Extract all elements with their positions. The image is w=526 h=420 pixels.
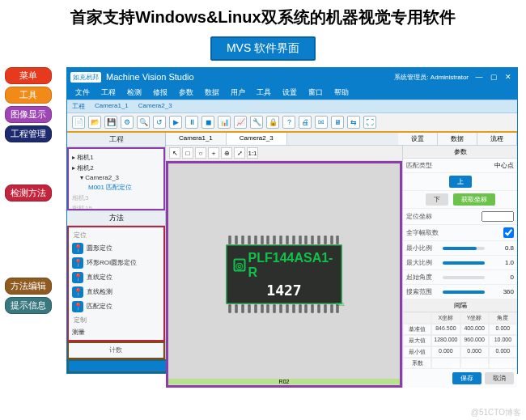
tb-print-icon[interactable]: 🖨 — [299, 116, 312, 129]
chip-logo-icon: ◎ — [234, 259, 246, 272]
tb-search-icon[interactable]: 🔍 — [137, 116, 150, 129]
method-line-detect[interactable]: 📍直线检测 — [70, 285, 162, 299]
roi2-label: R02 — [166, 379, 402, 384]
chip-roi[interactable]: ◎PLF144ASA1-R 1427 R01 — [227, 245, 342, 304]
headline: 首家支持Windows&Linux双系统的机器视觉专用软件 — [0, 0, 526, 33]
method-circle[interactable]: 📍圆形定位 — [70, 241, 162, 256]
status-time: 2017-10-18 09:18:01 — [451, 363, 511, 370]
method-line[interactable]: 📍直线定位 — [70, 270, 162, 285]
tree-cam2[interactable]: ▸ 相机2 — [72, 163, 160, 173]
menu-report[interactable]: 修报 — [153, 87, 168, 98]
btn-down[interactable]: 下 — [426, 193, 448, 206]
label-hint: 提示信息 — [5, 297, 52, 314]
tb-new-icon[interactable]: 📄 — [72, 116, 85, 129]
chip-pins-bottom — [227, 305, 341, 313]
menu-detect[interactable]: 检测 — [127, 87, 142, 98]
menu-data[interactable]: 数据 — [205, 87, 219, 98]
tb-chart-icon[interactable]: 📊 — [218, 116, 231, 129]
menu-settings[interactable]: 设置 — [282, 87, 297, 98]
p-start-angle-val[interactable]: 0 — [486, 274, 514, 281]
tb-fullscreen-icon[interactable]: ⛶ — [363, 116, 376, 129]
tb-lock-icon[interactable]: 🔒 — [266, 116, 279, 129]
p-search-range-val[interactable]: 360 — [486, 288, 514, 295]
app-window: 如克易邦 Machine Vision Studio 系统管理员: Admini… — [66, 67, 518, 374]
coord-grid: X坐标Y坐标角度 基准值846.500400.0000.000 最大值1280.… — [403, 312, 517, 369]
menu-file[interactable]: 文件 — [75, 87, 90, 98]
tb-open-icon[interactable]: 📂 — [88, 116, 101, 129]
method-group-locate: 定位 — [70, 229, 162, 241]
tree-cam3[interactable]: 相机3 — [72, 193, 160, 203]
right-tab-data[interactable]: 数据 — [438, 133, 477, 145]
ctool-circle-icon[interactable]: ○ — [195, 147, 206, 159]
tb-pause-icon[interactable]: ⏸ — [185, 116, 198, 129]
method-group-custom: 定制 — [70, 314, 162, 326]
p-max-ratio-label: 最大比例 — [406, 258, 441, 267]
tb-help-icon[interactable]: ？ — [282, 116, 295, 129]
label-menu: 菜单 — [5, 67, 52, 84]
breadcrumb-root[interactable]: 工程 — [72, 102, 85, 111]
match-type-value[interactable]: 中心点 — [486, 161, 514, 170]
method-editor-bar: 计数 — [67, 342, 165, 359]
tb-save-icon[interactable]: 💾 — [104, 116, 117, 129]
menu-param[interactable]: 参数 — [179, 87, 193, 98]
tb-transfer-icon[interactable]: ⇆ — [347, 116, 360, 129]
tb-monitor-icon[interactable]: 🖥 — [331, 116, 344, 129]
btn-up[interactable]: 上 — [449, 176, 472, 188]
method-ring[interactable]: 📍环形ROI圆形定位 — [70, 256, 162, 270]
label-tool: 工具 — [5, 87, 52, 104]
btn-save[interactable]: 保存 — [452, 372, 481, 384]
btn-get-coords[interactable]: 获取坐标 — [453, 193, 495, 206]
match-type-label: 匹配类型 — [406, 161, 485, 170]
image-canvas[interactable]: ◎PLF144ASA1-R 1427 R01 R02 — [166, 161, 402, 388]
tb-refresh-icon[interactable]: ↺ — [153, 116, 166, 129]
project-panel-header: 工程 — [67, 133, 165, 147]
canvas-toolbar: ↖ □ ○ ＋ ⊕ ⤢ 1:1 — [166, 146, 402, 161]
ctool-pointer-icon[interactable]: ↖ — [169, 147, 180, 159]
method-measure[interactable]: 测量 — [70, 326, 162, 338]
ctool-cross-icon[interactable]: ＋ — [208, 147, 219, 159]
btn-cancel[interactable]: 取消 — [485, 372, 514, 384]
canvas-tab-1[interactable]: Camera1_1 — [166, 133, 227, 145]
right-tab-flow[interactable]: 流程 — [477, 133, 517, 145]
minimize-icon[interactable]: — — [473, 73, 485, 81]
menu-user[interactable]: 用户 — [231, 87, 245, 98]
right-tab-settings[interactable]: 设置 — [398, 133, 438, 145]
project-tree[interactable]: ▸ 相机1 ▸ 相机2 ▾ Camera2_3 M001 匹配定位 相机3 相机… — [67, 147, 165, 210]
label-method-edit: 方法编辑 — [5, 278, 52, 295]
breadcrumb-cam1[interactable]: Camera1_1 — [95, 102, 129, 111]
tree-cam15[interactable]: 相机15 — [72, 203, 160, 210]
ctool-target-icon[interactable]: ⊕ — [221, 147, 232, 159]
tree-cam2-3[interactable]: ▾ Camera2_3 — [72, 173, 160, 182]
breadcrumb: 工程 Camera1_1 Camera2_3 — [67, 100, 517, 113]
tb-mail-icon[interactable]: ✉ — [315, 116, 328, 129]
pos-input[interactable] — [481, 211, 514, 222]
full-checkbox[interactable] — [503, 227, 514, 238]
breadcrumb-cam2[interactable]: Camera2_3 — [138, 102, 172, 111]
menu-help[interactable]: 帮助 — [334, 87, 349, 98]
tb-play-icon[interactable]: ▶ — [169, 116, 182, 129]
close-icon[interactable]: ✕ — [503, 73, 514, 81]
canvas-tab-2[interactable]: Camera2_3 — [227, 133, 287, 145]
params-header: 参数 — [403, 146, 517, 159]
chip-label: ◎PLF144ASA1-R — [234, 251, 335, 280]
tree-cam1[interactable]: ▸ 相机1 — [72, 152, 160, 163]
menu-window[interactable]: 窗口 — [308, 87, 323, 98]
canvas-tabs: Camera1_1 Camera2_3 设置 数据 流程 — [166, 133, 517, 146]
maximize-icon[interactable]: ▢ — [488, 73, 499, 81]
menu-tools[interactable]: 工具 — [257, 87, 271, 98]
method-match[interactable]: 📍匹配定位 — [70, 299, 162, 314]
tb-gear-icon[interactable]: ⚙ — [121, 116, 134, 129]
tb-stop-icon[interactable]: ◼ — [201, 116, 214, 129]
menu-project[interactable]: 工程 — [101, 87, 116, 98]
editor-count[interactable]: 计数 — [69, 343, 163, 358]
ctool-actual-icon[interactable]: 1:1 — [247, 147, 258, 159]
p-min-ratio-val[interactable]: 0.8 — [486, 244, 514, 252]
tb-wrench-icon[interactable]: 🔧 — [250, 116, 263, 129]
label-project: 工程管理 — [5, 125, 52, 142]
tb-graph-icon[interactable]: 📈 — [234, 116, 247, 129]
ctool-fit-icon[interactable]: ⤢ — [234, 147, 245, 159]
ctool-rect-icon[interactable]: □ — [182, 147, 193, 159]
tree-m001[interactable]: M001 匹配定位 — [72, 182, 160, 193]
p-max-ratio-val[interactable]: 1.0 — [486, 259, 514, 266]
toolbar: 📄 📂 💾 ⚙ 🔍 ↺ ▶ ⏸ ◼ 📊 📈 🔧 🔒 ？ 🖨 ✉ 🖥 ⇆ ⛶ — [67, 113, 517, 133]
